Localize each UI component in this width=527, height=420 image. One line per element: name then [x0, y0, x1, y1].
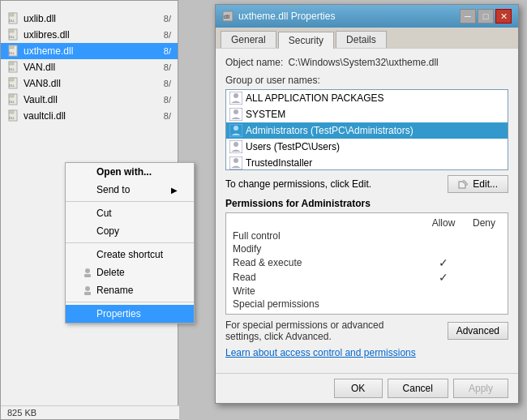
context-item-icon: [82, 267, 93, 278]
context-menu-item[interactable]: Open with...: [66, 163, 194, 181]
permission-allow: [423, 229, 464, 242]
file-icon: DLL: [7, 93, 20, 106]
user-name: TrustedInstaller: [246, 157, 312, 169]
permission-deny: [464, 298, 504, 311]
svg-point-27: [234, 93, 238, 98]
file-item[interactable]: DLL VAN8.dll 8/: [1, 75, 178, 92]
close-button[interactable]: ✕: [495, 9, 512, 24]
svg-text:DLL: DLL: [9, 19, 15, 23]
status-bar: 825 KB: [1, 405, 179, 419]
apply-button[interactable]: Apply: [453, 379, 508, 398]
tab-security[interactable]: Security: [278, 32, 334, 49]
tab-general[interactable]: General: [221, 31, 276, 48]
user-avatar-icon: [229, 140, 242, 153]
edit-button-label: Edit...: [473, 178, 498, 190]
dialog-icon: dll: [222, 11, 234, 22]
user-avatar-icon: [229, 92, 242, 105]
file-item[interactable]: DLL Vault.dll 8/: [1, 92, 178, 108]
context-menu-item[interactable]: Rename: [66, 281, 194, 299]
advanced-button[interactable]: Advanced: [448, 322, 508, 340]
file-name: uxlibres.dll: [24, 29, 164, 41]
file-name: VAN.dll: [24, 62, 164, 73]
file-size: 8/: [164, 62, 171, 72]
edit-button[interactable]: Edit...: [448, 175, 508, 193]
permissions-box: Allow Deny Full control Modify Read & ex…: [225, 212, 508, 315]
permission-row: Special permissions: [229, 298, 504, 311]
context-menu-item[interactable]: Send to ▶: [66, 181, 194, 199]
col-allow: Allow: [423, 216, 464, 229]
user-list-item[interactable]: Users (TestPC\Users): [226, 139, 508, 155]
permission-allow: ✓: [423, 255, 464, 270]
minimize-button[interactable]: ─: [460, 9, 476, 24]
permission-name: Full control: [229, 229, 423, 242]
permission-deny: [464, 255, 504, 270]
permission-name: Read & execute: [229, 255, 423, 270]
svg-point-21: [85, 268, 90, 273]
ok-button[interactable]: OK: [334, 379, 383, 398]
apply-label: Apply: [469, 383, 493, 394]
change-permissions-text: To change permissions, click Edit.: [225, 178, 371, 190]
svg-text:DLL: DLL: [9, 100, 15, 104]
dialog-controls: ─ □ ✕: [460, 9, 512, 24]
learn-more-link[interactable]: Learn about access control and permissio…: [225, 347, 508, 358]
user-avatar-icon: [229, 156, 242, 169]
file-item[interactable]: DLL VAN.dll 8/: [1, 59, 178, 75]
group-label: Group or user names:: [225, 75, 508, 86]
context-menu-item[interactable]: Delete: [66, 264, 194, 281]
file-item[interactable]: DLL uxlib.dll 8/: [1, 11, 178, 27]
permission-name: Read: [229, 270, 423, 285]
svg-rect-10: [9, 62, 14, 65]
dialog-title-text: uxtheme.dll Properties: [238, 11, 335, 22]
file-name: Vault.dll: [24, 94, 164, 105]
svg-text:DLL: DLL: [9, 35, 15, 39]
user-list-item[interactable]: TrustedInstaller: [226, 155, 508, 170]
svg-point-31: [234, 126, 238, 131]
user-list[interactable]: ALL APPLICATION PACKAGES SYSTEM Administ…: [225, 89, 508, 170]
context-menu-item-label: Cut: [96, 208, 112, 219]
file-size: 8/: [164, 46, 171, 56]
cancel-label: Cancel: [403, 383, 433, 394]
svg-rect-19: [9, 110, 14, 114]
file-name: uxtheme.dll: [24, 45, 164, 57]
file-icon: DLL: [7, 28, 20, 41]
status-bar-text: 825 KB: [7, 408, 36, 418]
file-item[interactable]: DLL vaultcli.dll 8/: [1, 108, 178, 124]
context-menu-separator: [66, 302, 194, 302]
user-list-item[interactable]: ALL APPLICATION PACKAGES: [226, 90, 508, 106]
cancel-button[interactable]: Cancel: [388, 379, 448, 398]
permission-allow: [423, 285, 464, 298]
context-menu-item[interactable]: Copy: [66, 222, 194, 240]
submenu-arrow: ▶: [171, 186, 178, 195]
tab-details[interactable]: Details: [336, 31, 387, 48]
context-menu-item[interactable]: Properties: [66, 305, 194, 323]
permission-row: Read & execute ✓: [229, 255, 504, 270]
user-name: Users (TestPC\Users): [246, 141, 340, 152]
file-list: DLL uxlib.dll 8/ DLL uxlibres.dll 8/ DLL…: [1, 7, 178, 127]
permission-allow: ✓: [423, 270, 464, 285]
maximize-button[interactable]: □: [478, 9, 494, 24]
svg-text:DLL: DLL: [9, 51, 15, 55]
file-size: 8/: [164, 111, 171, 121]
file-item[interactable]: DLL uxlibres.dll 8/: [1, 27, 178, 43]
file-icon: DLL: [7, 109, 20, 122]
file-item[interactable]: DLL uxtheme.dll 8/: [1, 43, 178, 59]
file-size: 8/: [164, 30, 171, 40]
svg-rect-16: [9, 94, 14, 97]
user-list-item[interactable]: SYSTEM: [226, 106, 508, 122]
context-menu-item-label: Rename: [96, 285, 133, 296]
file-size: 8/: [164, 14, 171, 24]
svg-rect-13: [9, 78, 14, 81]
context-menu-item-label: Create shortcut: [96, 249, 163, 260]
user-list-item[interactable]: Administrators (TestPC\Administrators): [226, 122, 508, 139]
file-name: VAN8.dll: [24, 78, 164, 89]
permission-row: Modify: [229, 242, 504, 255]
dialog-titlebar: dll uxtheme.dll Properties ─ □ ✕: [216, 5, 518, 28]
permission-name: Write: [229, 285, 423, 298]
file-name: uxlib.dll: [24, 13, 164, 24]
file-icon: DLL: [7, 45, 20, 58]
svg-rect-7: [9, 45, 14, 49]
context-menu: Open with... Send to ▶ Cut Copy: [65, 162, 195, 324]
context-menu-item[interactable]: Create shortcut: [66, 246, 194, 264]
advanced-button-label: Advanced: [456, 325, 499, 336]
context-menu-item[interactable]: Cut: [66, 204, 194, 222]
